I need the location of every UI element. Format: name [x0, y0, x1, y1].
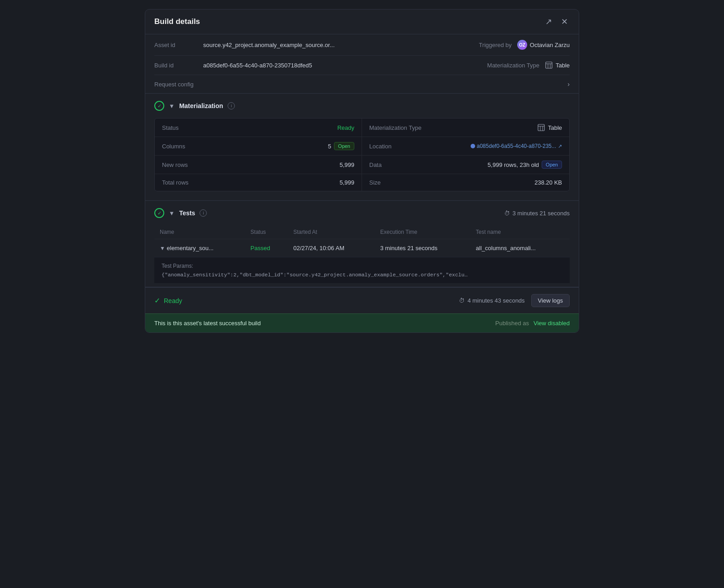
test-params-label: Test Params:: [162, 263, 562, 269]
test-started-at-value: 02/27/24, 10:06 AM: [293, 245, 344, 251]
asset-id-label: Asset id: [154, 42, 200, 48]
collapse-chevron-icon: ▼: [169, 103, 175, 109]
test-status-value: Passed: [251, 245, 270, 251]
footer-duration-group: ⏱ 4 minutes 43 seconds: [459, 297, 524, 304]
mat-type-cell-value: Table: [537, 123, 562, 132]
footer-right-group: ⏱ 4 minutes 43 seconds View logs: [459, 294, 570, 307]
tests-collapse-chevron-icon: ▼: [169, 210, 175, 217]
triggered-by-group: Triggered by OZ Octavian Zarzu: [479, 40, 570, 50]
mat-type-label: Materialization Type: [487, 62, 539, 69]
materialization-collapse-btn[interactable]: ▼: [169, 103, 175, 109]
location-value: a085def0-6a55-4c40-a870-235... ↗: [471, 143, 562, 149]
size-label: Size: [369, 179, 424, 186]
test-status-cell: Passed: [245, 239, 288, 257]
grid-row-status: Status Ready Materialization Type: [155, 119, 569, 137]
col-header-status: Status: [245, 225, 288, 239]
col-header-test-name: Test name: [471, 225, 570, 239]
col-header-name: Name: [154, 225, 245, 239]
build-details-modal: Build details ↗ ✕ Asset id source.y42_pr…: [145, 9, 579, 333]
columns-cell: Columns 5 Open: [155, 137, 362, 155]
test-started-at-cell: 02/27/24, 10:06 AM: [288, 239, 375, 257]
tests-check-icon: ✓: [154, 208, 164, 218]
test-name-cell: ▼ elementary_sou...: [154, 239, 245, 257]
table-icon: [545, 61, 553, 69]
data-cell: Data 5,999 rows, 23h old Open: [362, 156, 569, 174]
build-id-row: Build id a085def0-6a55-4c40-a870-2350718…: [154, 56, 570, 75]
footer-ready-group: ✓ Ready: [154, 296, 182, 305]
col-header-started-at: Started At: [288, 225, 375, 239]
svg-rect-4: [538, 124, 544, 131]
header-actions: ↗ ✕: [543, 17, 570, 27]
mat-type-table-icon: [537, 123, 545, 132]
close-button[interactable]: ✕: [559, 17, 570, 27]
materialization-section-header: ✓ ▼ Materialization i: [154, 101, 570, 111]
test-expand-row-0: Test Params: {"anomaly_sensitivity":2,"d…: [154, 257, 570, 284]
columns-value: 5 Open: [328, 142, 354, 150]
tests-collapse-btn[interactable]: ▼: [169, 210, 175, 217]
new-rows-value: 5,999: [339, 161, 354, 168]
triggered-by-value: OZ Octavian Zarzu: [517, 40, 570, 50]
test-row-0: ▼ elementary_sou... Passed 02/27/24, 10:…: [154, 239, 570, 257]
grid-row-columns: Columns 5 Open Location a085def0-6a55-4c…: [155, 137, 569, 156]
data-label: Data: [369, 161, 424, 168]
build-id-value: a085def0-6a55-4c40-a870-2350718dfed5: [203, 62, 484, 69]
total-rows-label: Total rows: [162, 179, 216, 186]
location-dot-icon: [471, 144, 475, 148]
materialization-info-icon[interactable]: i: [228, 102, 235, 109]
test-name-value: elementary_sou...: [167, 245, 214, 251]
materialization-grid: Status Ready Materialization Type: [154, 118, 570, 191]
test-row-expand-icon[interactable]: ▼: [160, 245, 165, 251]
tests-duration-group: ⏱ 3 minutes 21 seconds: [504, 210, 570, 217]
view-logs-button[interactable]: View logs: [531, 294, 570, 307]
materialization-check-icon: ✓: [154, 101, 164, 111]
mat-type-value: Table: [545, 61, 570, 69]
size-value: 238.20 KB: [534, 179, 562, 186]
columns-open-badge[interactable]: Open: [334, 142, 354, 150]
total-rows-value: 5,999: [339, 179, 354, 186]
new-rows-label: New rows: [162, 161, 216, 168]
data-value: 5,999 rows, 23h old Open: [488, 161, 562, 169]
banner-view-disabled-link[interactable]: View disabled: [533, 320, 570, 327]
request-config-row: Request config ›: [154, 75, 570, 93]
location-link[interactable]: a085def0-6a55-4c40-a870-235... ↗: [471, 143, 562, 149]
test-params-cell: Test Params: {"anomaly_sensitivity":2,"d…: [154, 257, 570, 284]
columns-label: Columns: [162, 143, 216, 150]
external-link-icon: ↗: [558, 143, 562, 149]
asset-id-value: source.y42_project.anomaly_example_sourc…: [203, 42, 475, 48]
materialization-title: Materialization: [179, 102, 223, 109]
banner-right-group: Published as View disabled: [495, 320, 570, 327]
tests-table-header-row: Name Status Started At Execution Time Te…: [154, 225, 570, 239]
col-header-execution-time: Execution Time: [375, 225, 470, 239]
test-execution-time-value: 3 minutes 21 seconds: [380, 245, 437, 251]
clock-icon: ⏱: [504, 210, 510, 217]
data-open-badge[interactable]: Open: [542, 161, 562, 169]
status-label: Status: [162, 124, 216, 131]
tests-duration-value: 3 minutes 21 seconds: [513, 210, 570, 217]
tests-title: Tests: [179, 209, 195, 217]
tests-table: Name Status Started At Execution Time Te…: [154, 225, 570, 283]
status-value: Ready: [337, 124, 354, 131]
tests-info-icon[interactable]: i: [200, 209, 207, 217]
footer-duration-value: 4 minutes 43 seconds: [467, 297, 524, 304]
test-params-value: {"anomaly_sensitivity":2,"dbt_model_id":…: [162, 272, 562, 278]
banner-published-label: Published as: [495, 320, 529, 327]
location-cell: Location a085def0-6a55-4c40-a870-235... …: [362, 137, 569, 155]
mat-type-cell: Materialization Type Table: [362, 119, 569, 137]
expand-button[interactable]: ↗: [543, 17, 554, 27]
tests-section-header: ✓ ▼ Tests i ⏱ 3 minutes 21 seconds: [154, 208, 570, 218]
request-config-label: Request config: [154, 81, 194, 88]
mat-type-group: Materialization Type Table: [487, 61, 570, 69]
build-id-label: Build id: [154, 62, 200, 69]
footer-clock-icon: ⏱: [459, 297, 465, 304]
svg-rect-0: [546, 62, 552, 68]
status-cell: Status Ready: [155, 119, 362, 137]
mat-type-cell-label: Materialization Type: [369, 124, 424, 131]
modal-title: Build details: [154, 17, 200, 26]
request-config-chevron[interactable]: ›: [567, 81, 570, 88]
avatar: OZ: [517, 40, 527, 50]
size-cell: Size 238.20 KB: [362, 174, 569, 191]
meta-section: Asset id source.y42_project.anomaly_exam…: [145, 34, 579, 94]
new-rows-cell: New rows 5,999: [155, 156, 362, 174]
materialization-section: ✓ ▼ Materialization i Status Ready Mater…: [145, 94, 579, 201]
test-execution-time-cell: 3 minutes 21 seconds: [375, 239, 470, 257]
